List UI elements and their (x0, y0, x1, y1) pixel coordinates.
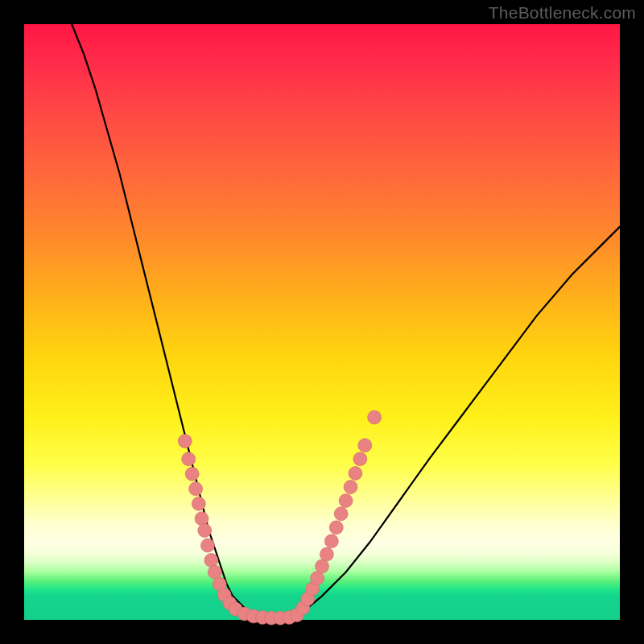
plot-area (24, 24, 620, 620)
data-dot (178, 435, 192, 448)
data-dot (368, 411, 382, 424)
data-dot (339, 494, 353, 508)
data-dot (200, 539, 214, 552)
data-dot (329, 521, 343, 535)
data-dot (182, 452, 196, 466)
bottleneck-curve (72, 24, 620, 619)
data-dot (189, 482, 203, 496)
data-dot (204, 554, 218, 568)
data-dots (178, 411, 381, 625)
data-dot (316, 559, 329, 573)
chart-frame: TheBottleneck.com (0, 0, 644, 644)
watermark-text: TheBottleneck.com (489, 3, 636, 23)
data-dot (311, 572, 324, 585)
data-dot (198, 524, 212, 538)
data-dot (208, 565, 221, 579)
data-dot (320, 547, 333, 561)
data-dot (185, 467, 199, 481)
data-dot (334, 507, 348, 521)
data-dot (353, 452, 367, 466)
data-dot (192, 497, 205, 510)
data-dot (344, 480, 357, 493)
data-dot (324, 535, 338, 548)
chart-svg (24, 24, 620, 620)
data-dot (195, 512, 208, 526)
data-dot (349, 466, 362, 480)
data-dot (358, 439, 372, 452)
